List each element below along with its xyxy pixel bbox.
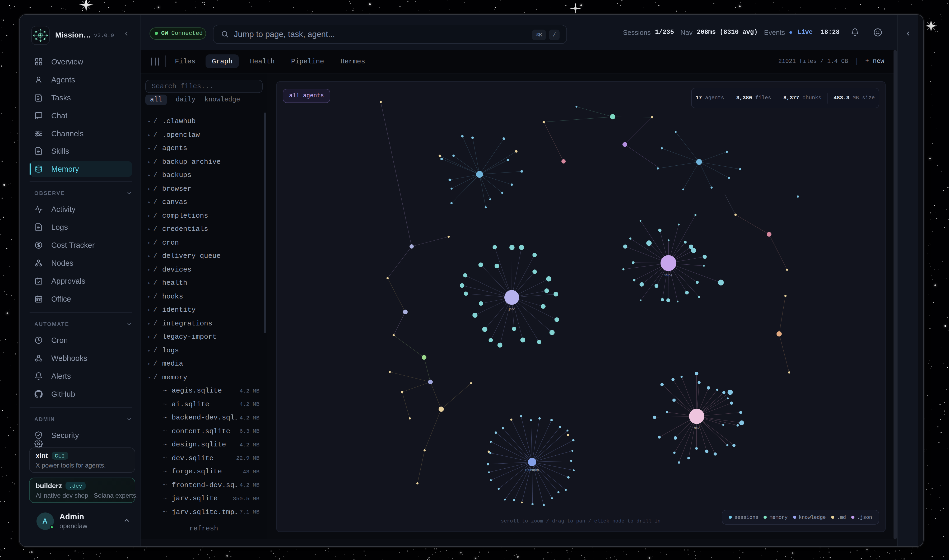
svg-text:forge: forge — [664, 273, 672, 277]
svg-text:jarv: jarv — [508, 307, 514, 311]
svg-text:research: research — [525, 468, 538, 472]
svg-text:dev: dev — [694, 426, 699, 430]
